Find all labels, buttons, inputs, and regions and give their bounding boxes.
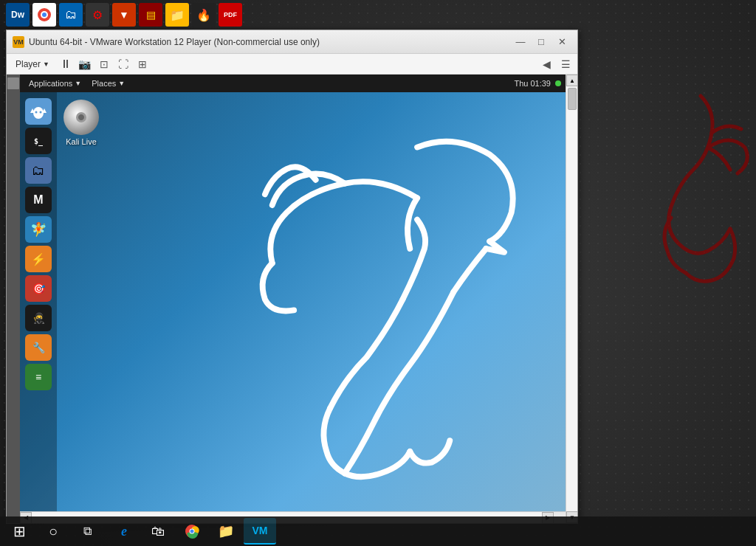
kali-live-disc-img: [63, 100, 99, 135]
kali-panel-right: Thu 01:39: [514, 79, 561, 88]
vmware-window: VM Ubuntu 64-bit - VMware Workstation 12…: [6, 30, 578, 524]
svg-point-10: [190, 530, 194, 533]
kali-clock: Thu 01:39: [514, 79, 551, 88]
kali-icon-dock[interactable]: [25, 98, 52, 125]
svg-point-7: [40, 111, 42, 114]
vm-screen-wrapper: Applications ▼ Places ▼ Thu 01:39: [20, 75, 566, 523]
screenshot-btn[interactable]: 📷: [76, 56, 94, 72]
svg-point-2: [42, 13, 47, 17]
tubenet-icon[interactable]: ▼: [112, 3, 136, 27]
library-btn[interactable]: ☰: [557, 56, 574, 72]
sheets-dock-icon[interactable]: ≡: [25, 364, 52, 390]
vscroll-track: [566, 86, 577, 511]
files-dock-icon[interactable]: 🗂: [25, 157, 52, 184]
kali-desktop[interactable]: Applications ▼ Places ▼ Thu 01:39: [20, 75, 566, 511]
menu-bar-right: ◀ ☰: [537, 56, 574, 72]
kali-live-label: Kali Live: [66, 137, 97, 146]
cortana-button[interactable]: ○: [37, 518, 69, 545]
dreamweaver-icon[interactable]: Dw: [6, 3, 30, 27]
svg-point-3: [33, 107, 44, 119]
file-explorer-icon[interactable]: 🗂: [59, 3, 83, 27]
sidebar-toggle-btn[interactable]: ◀: [537, 56, 555, 72]
fairy-dock-icon[interactable]: 🧚: [25, 216, 52, 243]
desktop-dragon-decor: [649, 89, 752, 310]
applications-menu[interactable]: Applications ▼: [24, 77, 86, 89]
kali-live-icon[interactable]: Kali Live: [61, 97, 102, 149]
fit-btn[interactable]: ⊡: [95, 56, 113, 72]
recon-dock-icon[interactable]: 🎯: [25, 275, 52, 302]
vm-content-area: Applications ▼ Places ▼ Thu 01:39: [7, 75, 577, 523]
store-taskbar-icon[interactable]: 🛍: [142, 518, 174, 545]
restore-button[interactable]: □: [532, 34, 551, 50]
winrar-icon[interactable]: ▤: [139, 3, 162, 27]
pdf-icon[interactable]: PDF: [219, 3, 242, 27]
player-menu[interactable]: Player ▼: [10, 57, 55, 72]
top-app-icons-bar: Dw 🗂 ⚙ ▼ ▤ 📁 🔥 PDF: [0, 0, 756, 30]
fullscreen-btn[interactable]: ⛶: [114, 56, 132, 72]
places-menu[interactable]: Places ▼: [87, 77, 129, 89]
window-controls: — □ ✕: [511, 34, 571, 50]
vmware-title-text: Ubuntu 64-bit - VMware Workstation 12 Pl…: [29, 37, 511, 47]
vm-sidebar-indicator: [7, 77, 19, 89]
kali-indicator-dot: [555, 80, 561, 86]
vmware-taskbar-icon[interactable]: VM: [244, 518, 276, 545]
chrome-taskbar-icon[interactable]: [176, 518, 208, 545]
vscroll-thumb[interactable]: [568, 88, 577, 110]
close-button[interactable]: ✕: [552, 34, 571, 50]
unity-btn[interactable]: ⊞: [134, 56, 151, 72]
chrome-top-icon[interactable]: [32, 3, 56, 27]
minimize-button[interactable]: —: [511, 34, 530, 50]
explorer-taskbar-icon[interactable]: 📁: [210, 518, 242, 545]
folder-icon[interactable]: 📁: [165, 3, 189, 27]
vm-left-strip: [7, 75, 20, 523]
kali-dock: $_ 🗂 M 🧚 ⚡ 🎯 🥷 🔧 ≡: [20, 92, 57, 511]
vmware-title-bar: VM Ubuntu 64-bit - VMware Workstation 12…: [7, 30, 577, 54]
terminal-dock-icon[interactable]: $_: [25, 128, 52, 154]
kali-dragon-logo: [196, 89, 566, 488]
edge-taskbar-icon[interactable]: e: [108, 518, 140, 545]
fire-icon[interactable]: 🔥: [192, 3, 216, 27]
process-monitor-icon[interactable]: ⚙: [86, 3, 109, 27]
pause-btn[interactable]: ⏸: [57, 56, 75, 72]
vmware-window-icon: VM: [13, 36, 24, 48]
ninja-dock-icon[interactable]: 🥷: [25, 305, 52, 331]
vmware-menu-bar: Player ▼ ⏸ 📷 ⊡ ⛶ ⊞ ◀ ☰: [7, 54, 577, 75]
kali-panel-left: Applications ▼ Places ▼: [24, 77, 129, 89]
burp-dock-icon[interactable]: ⚡: [25, 246, 52, 272]
kali-top-panel: Applications ▼ Places ▼ Thu 01:39: [20, 75, 566, 92]
windows-taskbar: ⊞ ○ ⧉ e 🛍 📁 VM: [0, 516, 756, 546]
start-button[interactable]: ⊞: [3, 518, 35, 545]
wrench-dock-icon[interactable]: 🔧: [25, 334, 52, 361]
vscroll-up-btn[interactable]: ▲: [566, 75, 577, 86]
svg-point-6: [35, 111, 38, 114]
vm-vscroll: ▲ ▼: [566, 75, 577, 523]
taskbar-pinned-icons: e 🛍 📁 VM: [108, 518, 276, 545]
metasploit-dock-icon[interactable]: M: [25, 187, 52, 213]
task-view-button[interactable]: ⧉: [71, 518, 103, 545]
